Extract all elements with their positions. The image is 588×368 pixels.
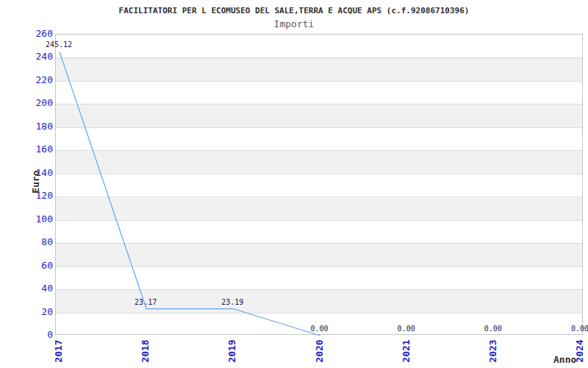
data-label: 0.00: [296, 324, 343, 333]
y-tick-label: 40: [24, 283, 53, 294]
line-chart: FACILITATORI PER L ECOMUSEO DEL SALE,TER…: [0, 0, 588, 368]
plot-area: [55, 34, 583, 335]
data-label: 23.17: [122, 297, 169, 307]
y-tick-label: 0: [24, 330, 53, 340]
x-tick-label: 2018: [140, 335, 151, 367]
chart-subtitle: Importi: [0, 18, 588, 29]
x-tick-label: 2021: [401, 335, 412, 367]
data-label: 23.19: [209, 297, 256, 307]
y-axis-title: Euro: [30, 167, 40, 197]
x-tick-label: 2023: [488, 335, 498, 367]
y-tick-label: 220: [24, 75, 53, 85]
x-tick-label: 2020: [315, 335, 325, 367]
y-tick-label: 180: [24, 121, 53, 132]
data-line-svg: [56, 35, 584, 336]
x-tick-label: 2017: [54, 335, 64, 367]
y-tick-label: 60: [24, 261, 53, 271]
data-label: 245.12: [35, 40, 82, 49]
data-label: 0.00: [383, 324, 430, 333]
y-tick-label: 160: [24, 144, 53, 155]
x-axis-title: Anno: [553, 354, 586, 364]
y-tick-label: 240: [24, 52, 53, 62]
y-tick-label: 200: [24, 98, 53, 108]
chart-title: FACILITATORI PER L ECOMUSEO DEL SALE,TER…: [0, 6, 588, 15]
y-tick-label: 260: [24, 29, 53, 39]
data-label: 0.00: [470, 324, 517, 333]
data-line: [60, 52, 320, 336]
y-tick-label: 20: [24, 307, 53, 317]
y-tick-label: 80: [24, 237, 53, 247]
x-tick-label: 2019: [227, 335, 237, 367]
data-label: 0.00: [556, 324, 588, 333]
y-tick-label: 100: [24, 214, 53, 224]
